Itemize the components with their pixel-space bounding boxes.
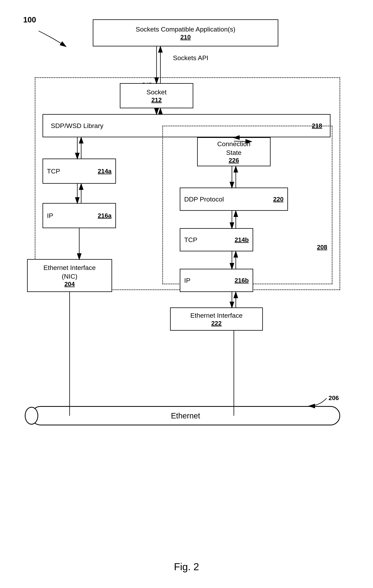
socket-label: Socket bbox=[146, 88, 166, 96]
sockets-app-label: Sockets Compatible Application(s) bbox=[136, 25, 235, 33]
ethernet-iface-label: Ethernet Interface bbox=[190, 311, 243, 320]
ip-a-label: IP bbox=[47, 211, 53, 220]
ip-b-ref: 216b bbox=[235, 277, 249, 284]
ip-b-label: IP bbox=[184, 276, 190, 285]
connection-state-box: ConnectionState 226 bbox=[197, 137, 270, 166]
ethernet-iface-box: Ethernet Interface 222 bbox=[170, 307, 263, 331]
sockets-app-ref: 210 bbox=[180, 34, 191, 41]
bus-left-cap bbox=[25, 407, 38, 425]
connection-state-ref: 226 bbox=[229, 157, 239, 164]
ip-b-box: IP 216b bbox=[180, 269, 253, 292]
sockets-app-box: Sockets Compatible Application(s) 210 bbox=[93, 19, 278, 46]
sdp-wsd-label: SDP/WSD Library bbox=[51, 121, 104, 130]
tcp-b-ref: 214b bbox=[235, 236, 249, 243]
socket-box: Socket 212 bbox=[120, 83, 193, 108]
tcp-b-label: TCP bbox=[184, 235, 197, 244]
ethernet-bus: Ethernet bbox=[31, 406, 340, 425]
ethernet-nic-box: Ethernet Interface(NIC) 204 bbox=[27, 259, 112, 292]
ref-100: 100 bbox=[23, 15, 36, 24]
ddp-protocol-label: DDP Protocol bbox=[184, 195, 224, 203]
socket-ref: 212 bbox=[151, 96, 162, 104]
tcp-b-box: TCP 214b bbox=[180, 228, 253, 251]
ip-a-ref: 216a bbox=[98, 212, 112, 219]
sockets-api-label: Sockets API bbox=[173, 54, 208, 62]
figure-label: Fig. 2 bbox=[174, 561, 199, 573]
ref-208: 208 bbox=[317, 244, 327, 251]
tcp-a-box: TCP 214a bbox=[42, 158, 116, 184]
ip-a-box: IP 216a bbox=[42, 203, 116, 228]
ddp-protocol-ref: 220 bbox=[273, 196, 283, 203]
ethernet-iface-ref: 222 bbox=[211, 320, 221, 327]
tcp-a-ref: 214a bbox=[98, 168, 112, 175]
ethernet-label: Ethernet bbox=[171, 411, 200, 420]
ethernet-nic-ref: 204 bbox=[64, 281, 75, 288]
ethernet-nic-label: Ethernet Interface(NIC) bbox=[43, 263, 96, 280]
tcp-a-label: TCP bbox=[47, 167, 60, 175]
diagram-container: 100 Sockets Compatible Application(s) 21… bbox=[0, 0, 373, 588]
ref-206: 206 bbox=[329, 394, 339, 402]
ddp-protocol-box: DDP Protocol 220 bbox=[180, 188, 288, 211]
connection-state-label: ConnectionState bbox=[217, 140, 250, 157]
